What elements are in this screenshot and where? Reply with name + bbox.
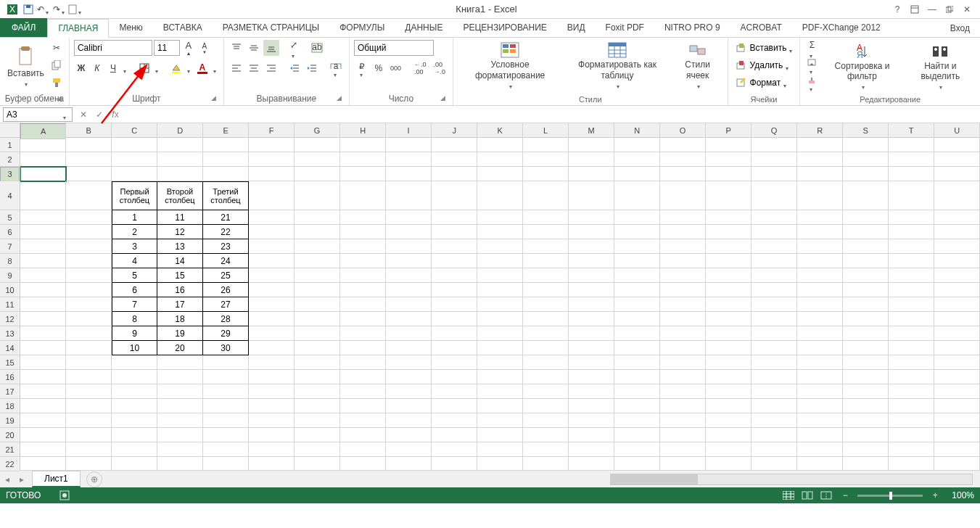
cell[interactable] [295,254,340,268]
cell[interactable] [934,457,980,470]
cell[interactable] [752,413,797,428]
cell[interactable] [249,268,295,283]
cell[interactable] [20,413,66,428]
cell[interactable] [66,312,112,326]
cell[interactable] [340,399,386,413]
tab-view[interactable]: ВИД [557,18,596,37]
cell[interactable] [523,312,569,326]
row-header[interactable]: 20 [0,428,20,442]
cell[interactable] [386,254,432,268]
cell[interactable]: 16 [157,283,203,297]
cell[interactable] [112,167,157,181]
minimize-icon[interactable]: — [923,2,941,17]
cell[interactable] [843,384,889,399]
cell[interactable]: Второй столбец [157,181,203,210]
cell[interactable] [203,370,249,384]
cell[interactable] [752,210,797,225]
cell[interactable] [340,268,386,283]
cell[interactable] [66,355,112,370]
cell[interactable] [752,225,797,239]
cell[interactable]: 14 [157,254,203,268]
cells-area[interactable]: Первый столбецВторой столбецТретий столб… [20,138,980,470]
cell[interactable] [660,355,706,370]
cell[interactable] [660,428,706,442]
signin-link[interactable]: Вход [940,20,980,37]
cell[interactable] [614,225,660,239]
cell[interactable] [569,399,614,413]
cell[interactable] [386,225,432,239]
cell[interactable] [249,457,295,470]
cell[interactable] [614,181,660,210]
cell[interactable] [477,312,523,326]
cell[interactable] [614,312,660,326]
tab-pdfxchange[interactable]: PDF-XChange 2012 [792,18,891,37]
delete-cells-icon[interactable] [733,57,749,73]
cell[interactable] [340,283,386,297]
cell[interactable] [523,384,569,399]
cell[interactable] [797,384,843,399]
cell[interactable] [934,210,980,225]
cut-icon[interactable]: ✂ [49,40,65,56]
cell[interactable] [843,326,889,341]
cell[interactable] [340,384,386,399]
font-name-select[interactable] [74,40,152,56]
cell[interactable] [295,457,340,470]
cell[interactable] [157,413,203,428]
row-header[interactable]: 11 [0,297,20,312]
cell[interactable] [752,167,797,181]
merge-center-icon[interactable]: a [327,60,345,76]
cell[interactable] [614,254,660,268]
cell[interactable] [432,341,477,355]
cell[interactable] [523,254,569,268]
cell[interactable] [66,370,112,384]
zoom-out-icon[interactable]: − [836,488,855,503]
cell[interactable] [569,341,614,355]
column-header[interactable]: D [157,123,203,138]
cell[interactable] [20,239,66,254]
horizontal-scrollbar[interactable] [610,474,973,485]
cell[interactable] [249,341,295,355]
format-painter-icon[interactable] [49,75,65,91]
cell[interactable]: 7 [112,297,157,312]
cell[interactable] [20,442,66,457]
cell[interactable] [889,326,934,341]
cell[interactable] [934,399,980,413]
cell[interactable] [386,384,432,399]
cell[interactable] [20,457,66,470]
cell[interactable] [432,225,477,239]
cell[interactable] [66,268,112,283]
cell[interactable] [295,355,340,370]
cell[interactable] [569,355,614,370]
cell[interactable] [20,268,66,283]
cell[interactable] [203,384,249,399]
cell[interactable] [249,399,295,413]
cell[interactable] [20,210,66,225]
cell[interactable] [386,457,432,470]
delete-cells-label[interactable]: Удалить [750,60,783,70]
cell[interactable] [20,326,66,341]
cell[interactable] [523,268,569,283]
cell[interactable] [569,384,614,399]
cell[interactable] [249,413,295,428]
row-header[interactable]: 5 [0,210,20,225]
cell[interactable] [843,167,889,181]
cell[interactable] [843,239,889,254]
cell[interactable] [797,268,843,283]
align-bottom-icon[interactable] [263,40,279,56]
cell[interactable] [249,442,295,457]
cell[interactable] [660,413,706,428]
cell[interactable] [569,152,614,167]
column-header[interactable]: R [797,123,843,138]
cell[interactable] [295,297,340,312]
cell[interactable] [20,341,66,355]
cell[interactable] [843,283,889,297]
cell[interactable] [432,442,477,457]
cell[interactable] [66,384,112,399]
cell[interactable] [889,225,934,239]
cell[interactable] [569,370,614,384]
cell[interactable] [432,181,477,210]
increase-decimal-icon[interactable]: ←.0.00 [411,60,429,76]
cell[interactable] [66,413,112,428]
cell[interactable] [157,138,203,152]
cell[interactable] [112,138,157,152]
